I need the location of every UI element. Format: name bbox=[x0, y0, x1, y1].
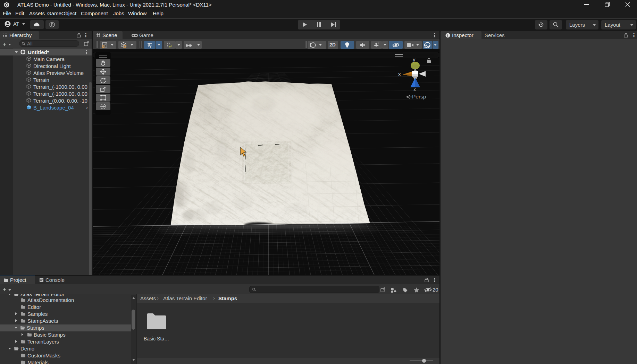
svg-text:Y: Y bbox=[149, 45, 151, 49]
